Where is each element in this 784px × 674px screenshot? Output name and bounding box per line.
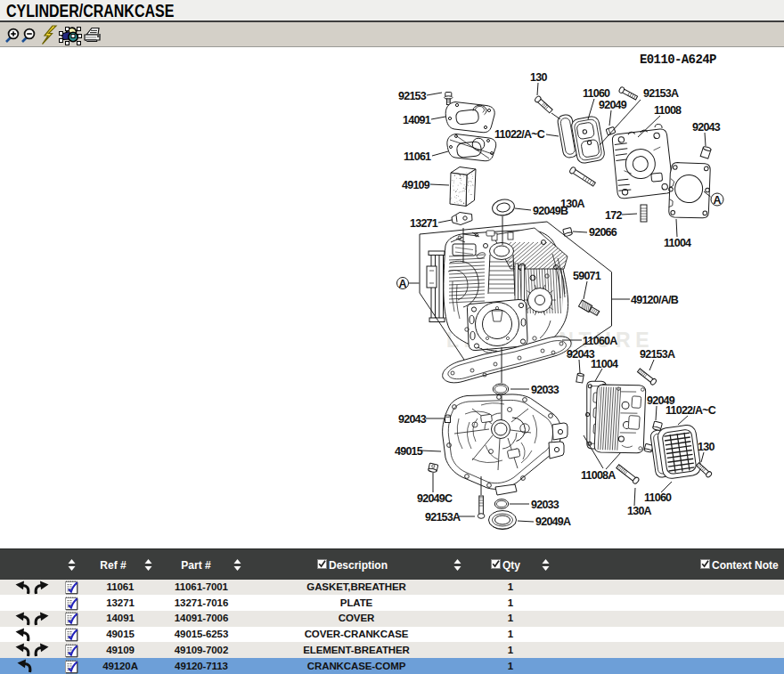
svg-text:59071: 59071	[573, 270, 601, 282]
svg-text:11004: 11004	[664, 237, 691, 249]
svg-text:13271: 13271	[410, 217, 438, 230]
svg-text:130: 130	[698, 441, 715, 453]
svg-text:11008: 11008	[654, 104, 682, 117]
svg-text:92153A: 92153A	[425, 511, 461, 524]
svg-text:172: 172	[605, 209, 622, 222]
svg-text:92033: 92033	[531, 384, 559, 396]
svg-text:A: A	[713, 194, 721, 207]
svg-text:92033: 92033	[531, 499, 559, 511]
svg-text:92043: 92043	[692, 121, 721, 134]
svg-text:E0110-A624P: E0110-A624P	[640, 53, 716, 67]
svg-text:11022/A~C: 11022/A~C	[494, 128, 545, 141]
svg-text:49109: 49109	[402, 179, 430, 191]
svg-text:92043: 92043	[398, 413, 427, 426]
svg-text:130A: 130A	[627, 505, 652, 517]
svg-text:92153A: 92153A	[643, 87, 679, 100]
svg-text:11060: 11060	[644, 491, 672, 504]
svg-text:11060: 11060	[583, 87, 610, 100]
svg-text:92049: 92049	[599, 99, 627, 111]
svg-text:14091: 14091	[403, 114, 431, 126]
svg-text:92153A: 92153A	[640, 348, 675, 361]
svg-text:11008A: 11008A	[581, 469, 616, 482]
svg-text:130A: 130A	[560, 198, 585, 210]
svg-text:130: 130	[530, 71, 547, 84]
svg-text:92153: 92153	[398, 90, 427, 102]
svg-text:49120/A/B: 49120/A/B	[631, 294, 679, 306]
svg-text:11060A: 11060A	[583, 335, 617, 347]
svg-text:11061: 11061	[404, 150, 431, 163]
svg-text:92049A: 92049A	[535, 516, 571, 528]
svg-text:A: A	[398, 278, 406, 290]
svg-text:11004: 11004	[591, 358, 618, 370]
svg-text:49015: 49015	[395, 445, 423, 458]
svg-text:92049C: 92049C	[417, 492, 453, 505]
svg-text:11022/A~C: 11022/A~C	[666, 404, 716, 417]
svg-text:92066: 92066	[589, 226, 617, 239]
